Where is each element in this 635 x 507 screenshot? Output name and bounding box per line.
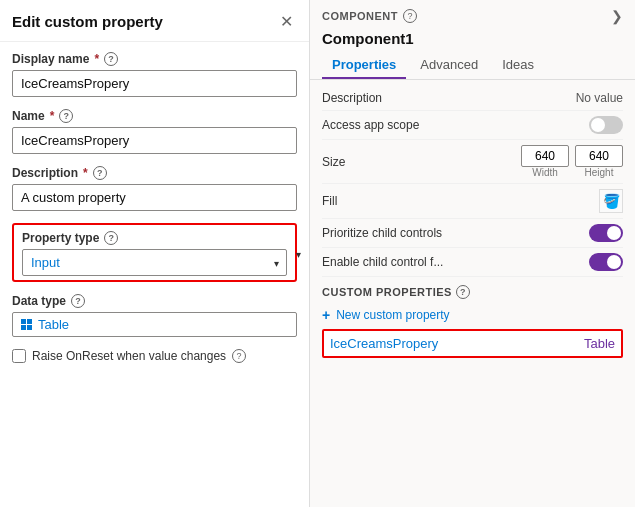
required-star-2: * [50, 109, 55, 123]
prop-label-access-app-scope: Access app scope [322, 118, 419, 132]
prop-row-access-app-scope: Access app scope [322, 111, 623, 140]
toggle-knob-3 [607, 255, 621, 269]
property-type-section: Property type ? Input Output Event ▾ [12, 223, 297, 282]
data-type-label: Data type ? [12, 294, 297, 308]
tab-properties[interactable]: Properties [322, 51, 406, 79]
new-custom-property-label: New custom property [336, 308, 449, 322]
fill-swatch[interactable]: 🪣 [599, 189, 623, 213]
display-name-input[interactable] [12, 70, 297, 97]
plus-icon: + [322, 307, 330, 323]
component-section-label: COMPONENT [322, 10, 398, 22]
property-type-info-icon[interactable]: ? [104, 231, 118, 245]
size-height-field: Height [575, 145, 623, 178]
prop-label-fill: Fill [322, 194, 337, 208]
tab-advanced[interactable]: Advanced [410, 51, 488, 79]
custom-properties-label: CUSTOM PROPERTIES [322, 286, 452, 298]
table-icon [21, 319, 32, 330]
left-panel-body: Display name * ? Name * ? Description * … [0, 42, 309, 507]
custom-properties-header: CUSTOM PROPERTIES ? [322, 277, 623, 303]
panel-title: Edit custom property [12, 13, 163, 30]
size-height-input[interactable] [575, 145, 623, 167]
display-name-info-icon[interactable]: ? [104, 52, 118, 66]
component-panel: COMPONENT ? ❯ Component1 Properties Adva… [310, 0, 635, 507]
data-type-section: Data type ? Table Text Number Boolean ▾ [12, 294, 297, 337]
prop-row-enable-child: Enable child control f... [322, 248, 623, 277]
prop-label-size: Size [322, 155, 345, 169]
required-star: * [94, 52, 99, 66]
custom-prop-type: Table [584, 336, 615, 351]
access-app-scope-toggle[interactable] [589, 116, 623, 134]
right-panel-header: COMPONENT ? ❯ [310, 0, 635, 28]
fill-bucket-icon: 🪣 [603, 193, 620, 209]
size-width-field: Width [521, 145, 569, 178]
size-width-label: Width [532, 167, 558, 178]
left-panel-header: Edit custom property ✕ [0, 0, 309, 42]
prop-row-fill: Fill 🪣 [322, 184, 623, 219]
toggle-knob [591, 118, 605, 132]
chevron-right-icon[interactable]: ❯ [611, 8, 623, 24]
size-width-input[interactable] [521, 145, 569, 167]
data-type-select[interactable]: Table Text Number Boolean [38, 317, 288, 332]
description-info-icon[interactable]: ? [93, 166, 107, 180]
right-panel-body: Description No value Access app scope Si… [310, 80, 635, 507]
prioritize-child-toggle[interactable] [589, 224, 623, 242]
raise-onreset-row: Raise OnReset when value changes ? [12, 349, 297, 363]
name-group: Name * ? [12, 109, 297, 154]
property-type-select-wrapper: Input Output Event ▾ [22, 249, 287, 276]
property-type-select[interactable]: Input Output Event [22, 249, 287, 276]
data-type-info-icon[interactable]: ? [71, 294, 85, 308]
tabs-row: Properties Advanced Ideas [310, 51, 635, 80]
name-label: Name * ? [12, 109, 297, 123]
raise-onreset-label: Raise OnReset when value changes [32, 349, 226, 363]
component-info-icon[interactable]: ? [403, 9, 417, 23]
custom-properties-info-icon[interactable]: ? [456, 285, 470, 299]
new-custom-property-row[interactable]: + New custom property [322, 303, 623, 329]
edit-property-panel: Edit custom property ✕ Display name * ? … [0, 0, 310, 507]
raise-onreset-info-icon[interactable]: ? [232, 349, 246, 363]
description-group: Description * ? [12, 166, 297, 211]
size-inputs: Width Height [521, 145, 623, 178]
display-name-label: Display name * ? [12, 52, 297, 66]
description-label: Description * ? [12, 166, 297, 180]
prop-label-prioritize-child: Prioritize child controls [322, 226, 442, 240]
tab-ideas[interactable]: Ideas [492, 51, 544, 79]
prop-row-description: Description No value [322, 86, 623, 111]
required-star-3: * [83, 166, 88, 180]
component-name: Component1 [310, 28, 635, 51]
prop-label-description: Description [322, 91, 382, 105]
prop-label-enable-child: Enable child control f... [322, 255, 443, 269]
close-button[interactable]: ✕ [276, 10, 297, 33]
toggle-knob-2 [607, 226, 621, 240]
custom-prop-name[interactable]: IceCreamsPropery [330, 336, 438, 351]
raise-onreset-checkbox[interactable] [12, 349, 26, 363]
right-header-left: COMPONENT ? [322, 9, 417, 23]
size-height-label: Height [585, 167, 614, 178]
prop-row-size: Size Width Height [322, 140, 623, 184]
name-input[interactable] [12, 127, 297, 154]
enable-child-toggle[interactable] [589, 253, 623, 271]
data-type-inner: Table Text Number Boolean ▾ [12, 312, 297, 337]
custom-property-item: IceCreamsPropery Table [322, 329, 623, 358]
display-name-group: Display name * ? [12, 52, 297, 97]
property-type-label: Property type ? [22, 231, 287, 245]
prop-value-description: No value [576, 91, 623, 105]
name-info-icon[interactable]: ? [59, 109, 73, 123]
description-input[interactable] [12, 184, 297, 211]
prop-row-prioritize-child: Prioritize child controls [322, 219, 623, 248]
